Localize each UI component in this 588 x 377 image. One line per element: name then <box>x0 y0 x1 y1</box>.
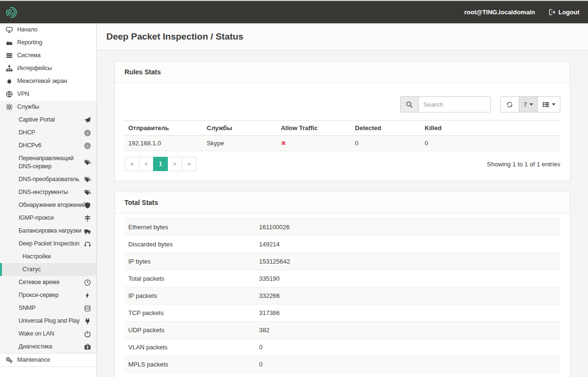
col-header-killed[interactable]: Killed <box>421 121 561 136</box>
pagination-next[interactable]: > <box>167 157 182 171</box>
sidebar-item-proxy-server[interactable]: Прокси-сервер <box>0 289 96 302</box>
tags-icon <box>84 159 91 166</box>
sidebar-item-maintenance[interactable]: Maintenance <box>0 354 96 367</box>
sidebar-item-intrusion-detection[interactable]: Обнаружение вторжений <box>0 199 96 212</box>
tags-icon <box>84 189 91 196</box>
bolt-icon <box>84 292 91 299</box>
fingerprint-logo-icon[interactable] <box>4 5 19 20</box>
sidebar-item-dhcpv6[interactable]: DHCPv6 <box>0 139 96 152</box>
stat-row: IP packets332266 <box>124 287 560 305</box>
th-list-icon <box>542 101 549 108</box>
rules-table: Отправитель Службы Allow Traffic Detecte… <box>124 120 560 151</box>
sidebar-item-firewall[interactable]: Межсетевой экран <box>0 75 96 88</box>
sidebar-item-wake-on-lan[interactable]: Wake on LAN <box>0 327 96 340</box>
stat-row: IP bytes153125642 <box>124 253 560 270</box>
search-group <box>400 96 491 112</box>
col-header-allow[interactable]: Allow Traffic <box>277 121 351 136</box>
search-button[interactable] <box>400 96 418 112</box>
total-stats-panel: Total Stats Ethernet bytes161100026 Disc… <box>114 192 570 377</box>
sidebar-item-diagnostics[interactable]: Диагностика <box>0 340 96 354</box>
stat-row: Total packets335190 <box>124 270 560 287</box>
stat-row: TCP packets317386 <box>124 305 560 322</box>
sidebar-item-dns-tools[interactable]: DNS-инструменты <box>0 186 96 199</box>
sidebar-item-captive-portal[interactable]: Captive Portal <box>0 113 96 126</box>
sidebar-item-system[interactable]: Система <box>0 49 96 62</box>
sidebar-item-services[interactable]: Службы <box>0 101 96 113</box>
pagination-prev[interactable]: < <box>139 157 154 171</box>
table-controls: 7 <box>124 96 560 112</box>
bullseye-icon <box>84 142 91 149</box>
sidebar-item-igmp-proxy[interactable]: IGMP-прокси <box>0 212 96 224</box>
sidebar-item-snmp[interactable]: SNMP <box>0 302 96 315</box>
power-icon <box>84 330 91 337</box>
database-icon <box>84 305 91 312</box>
logout-label: Logout <box>558 9 579 16</box>
bullseye-icon <box>84 129 91 136</box>
sidebar-item-upnp[interactable]: Universal Plug and Play <box>0 315 96 327</box>
sidebar-item-reporting[interactable]: Reporting <box>0 36 96 49</box>
pagination-page-1[interactable]: 1 <box>153 157 168 171</box>
sidebar-item-vpn[interactable]: VPN <box>0 88 96 101</box>
logout-button[interactable]: Logout <box>548 9 579 16</box>
sidebar-item-network-time[interactable]: Сетевое время <box>0 276 96 289</box>
cell-killed: 0 <box>421 136 561 151</box>
main-content: Deep Packet Inspection / Status Rules St… <box>97 23 588 377</box>
search-input[interactable] <box>418 96 491 112</box>
sidebar-item-dns-forwarder[interactable]: Перенаправляющий DNS-сервер <box>0 152 96 173</box>
sidebar-item-dpi-status[interactable]: Статус <box>0 263 96 276</box>
sidebar-item-deep-packet-inspection[interactable]: Deep Packet Inspection <box>0 237 96 250</box>
sidebar-item-interfaces[interactable]: Интерфейсы <box>0 62 96 75</box>
table-row[interactable]: 192.168.1.0 Skype ✖ 0 0 <box>124 136 560 151</box>
stat-row: Ethernet bytes161100026 <box>124 219 560 236</box>
pagination: « < 1 > » <box>124 157 196 171</box>
clock-icon <box>84 279 91 286</box>
blocked-x-icon: ✖ <box>281 140 286 147</box>
stat-row: UDP packets382 <box>124 322 560 339</box>
desktop-icon <box>6 26 13 33</box>
stat-row: MPLS packets0 <box>124 356 560 373</box>
sliders-icon <box>84 214 91 222</box>
globe-icon <box>6 91 13 98</box>
medkit-icon <box>84 343 91 350</box>
stat-row: VLAN packets0 <box>124 339 560 356</box>
paper-plane-icon <box>84 116 91 123</box>
sidebar-item-dns-resolver[interactable]: DNS-преобразователь <box>0 173 96 186</box>
sidebar-item-dpi-settings[interactable]: Настройки <box>0 250 96 263</box>
columns-button[interactable] <box>537 96 560 112</box>
sidebar-nav: Начало Reporting Система Интерфейсы Межс… <box>0 23 97 377</box>
page-size-button[interactable]: 7 <box>519 96 538 112</box>
entries-summary: Showing 1 to 1 of 1 entries <box>487 161 560 168</box>
rules-stats-panel: Rules Stats <box>114 61 570 181</box>
search-icon <box>406 101 413 108</box>
pagination-first[interactable]: « <box>124 157 139 171</box>
sidebar-item-load-balancer[interactable]: Балансировка нагрузки <box>0 224 96 237</box>
refresh-button[interactable] <box>500 96 519 112</box>
rules-stats-title: Rules Stats <box>115 61 570 83</box>
col-header-sender[interactable]: Отправитель <box>124 121 203 136</box>
fire-icon <box>6 78 13 85</box>
tags-icon <box>84 176 91 183</box>
cell-detected: 0 <box>351 136 421 151</box>
cell-service: Skype <box>203 136 277 151</box>
pagination-last[interactable]: » <box>182 157 196 171</box>
total-stats-table: Ethernet bytes161100026 Discarded bytes1… <box>124 218 560 377</box>
sidebar-item-dhcp[interactable]: DHCP <box>0 126 96 139</box>
area-chart-icon <box>6 39 13 46</box>
truck-icon <box>84 227 91 234</box>
chevron-down-icon <box>529 103 533 107</box>
sidebar-item-home[interactable]: Начало <box>0 23 96 36</box>
page-header: Deep Packet Inspection / Status <box>97 23 588 51</box>
headphones-icon <box>84 240 91 247</box>
app-window: root@TING.localdomain Logout Начало Repo… <box>0 0 588 377</box>
sitemap-icon <box>6 65 13 72</box>
gear-icon <box>6 103 13 111</box>
table-actions: 7 <box>500 96 560 112</box>
stat-row: Discarded bytes149214 <box>124 236 560 253</box>
page-title: Deep Packet Inspection / Status <box>106 31 578 42</box>
col-header-detected[interactable]: Detected <box>351 121 421 136</box>
cell-sender: 192.168.1.0 <box>124 136 203 151</box>
refresh-icon <box>506 101 513 108</box>
total-stats-title: Total Stats <box>115 192 570 214</box>
col-header-service[interactable]: Службы <box>203 121 277 136</box>
chevron-down-icon <box>552 103 556 107</box>
